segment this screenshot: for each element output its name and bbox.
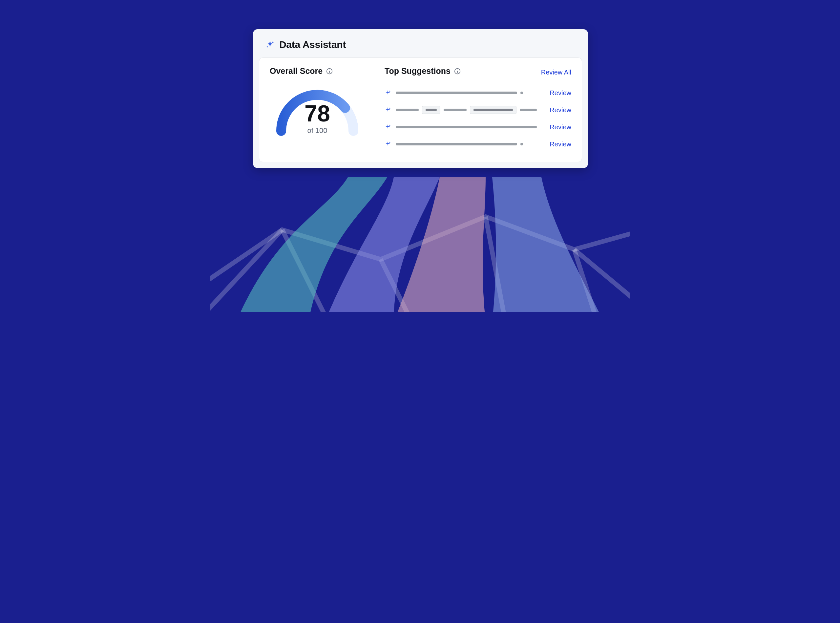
card-body: Overall Score <box>259 57 582 162</box>
overall-score-label: Overall Score <box>270 66 323 76</box>
suggestion-row: Review <box>385 84 571 101</box>
overall-score-panel: Overall Score <box>270 66 375 153</box>
score-denominator: of 100 <box>270 126 365 135</box>
sparkle-icon <box>385 90 391 96</box>
card-title: Data Assistant <box>279 39 346 50</box>
info-icon[interactable] <box>326 68 333 75</box>
info-icon[interactable] <box>454 68 461 75</box>
suggestion-placeholder <box>396 143 523 146</box>
svg-point-2 <box>329 70 330 70</box>
suggestion-row: Review <box>385 101 571 118</box>
top-suggestions-panel: Top Suggestions Review All <box>385 66 571 153</box>
card-header: Data Assistant <box>253 29 588 57</box>
suggestion-placeholder <box>396 126 537 128</box>
top-suggestions-label: Top Suggestions <box>385 66 451 76</box>
top-suggestions-heading: Top Suggestions <box>385 66 461 76</box>
review-link[interactable]: Review <box>550 106 571 114</box>
review-all-link[interactable]: Review All <box>541 69 571 76</box>
sparkle-icon <box>385 124 391 130</box>
score-value: 78 <box>270 102 365 125</box>
sparkle-icon <box>265 40 274 49</box>
suggestion-row: Review <box>385 135 571 153</box>
review-link[interactable]: Review <box>550 89 571 97</box>
suggestion-placeholder <box>396 92 523 94</box>
overall-score-heading: Overall Score <box>270 66 375 76</box>
sparkle-icon <box>385 107 391 113</box>
review-link[interactable]: Review <box>550 141 571 148</box>
suggestion-row: Review <box>385 118 571 135</box>
review-link[interactable]: Review <box>550 123 571 131</box>
svg-point-5 <box>457 70 458 70</box>
data-assistant-card: Data Assistant Overall Score <box>253 29 588 168</box>
suggestion-placeholder <box>396 106 537 114</box>
score-gauge: 78 of 100 <box>270 78 365 141</box>
sparkle-icon <box>385 141 391 147</box>
